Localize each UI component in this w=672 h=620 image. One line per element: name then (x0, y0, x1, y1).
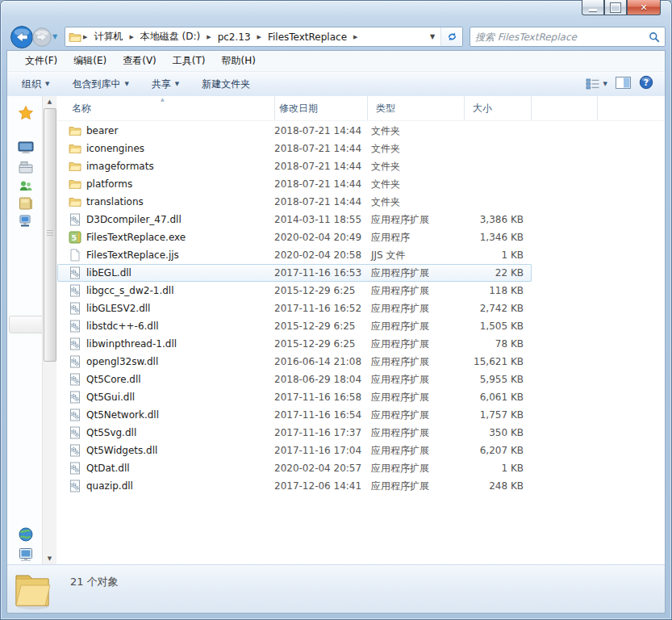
address-dropdown-icon[interactable]: ▼ (424, 33, 440, 40)
file-date: 2017-11-16 16:53 (270, 264, 363, 282)
file-date: 2017-11-16 16:52 (270, 300, 363, 317)
file-row[interactable]: 5FilesTextReplace.exe2020-02-04 20:49应用程… (57, 228, 532, 246)
file-name: D3Dcompiler_47.dll (86, 211, 182, 228)
minimize-icon (589, 9, 597, 11)
file-date: 2018-07-21 14:44 (270, 140, 363, 157)
computer-icon[interactable] (18, 195, 34, 212)
close-button[interactable]: ✕ (627, 0, 661, 15)
file-size: 22 KB (460, 264, 527, 282)
file-date: 2020-02-04 20:58 (270, 246, 363, 264)
scrollbar-thumb[interactable] (44, 108, 56, 362)
libraries-icon[interactable] (18, 160, 34, 176)
scrollbar-grip (47, 230, 53, 237)
file-row[interactable]: translations2018-07-21 14:44文件夹 (57, 193, 532, 211)
address-bar[interactable]: ▶ 计算机 ▶ 本地磁盘 (D:) ▶ pc2.13 ▶ FilesTextRe… (65, 27, 463, 47)
file-row[interactable]: Qt5Svg.dll2017-11-16 17:37应用程序扩展350 KB (57, 424, 532, 442)
file-size: 350 KB (460, 424, 527, 442)
column-header-date[interactable]: 修改日期 (275, 96, 368, 120)
homegroup-icon[interactable] (18, 178, 34, 194)
file-size: 2,742 KB (460, 300, 527, 317)
network-computer-icon[interactable] (18, 547, 34, 563)
preview-pane-button[interactable] (616, 77, 631, 92)
column-header-size[interactable]: 大小 (465, 96, 532, 120)
breadcrumb-item-local-disk-d[interactable]: 本地磁盘 (D:) (136, 30, 205, 44)
file-row[interactable]: Qt5Network.dll2017-11-16 16:54应用程序扩展1,75… (57, 406, 532, 424)
file-row[interactable]: libGLESV2.dll2017-11-16 16:52应用程序扩展2,742… (57, 300, 532, 317)
network-globe-icon[interactable] (18, 526, 34, 542)
explorer-window: ✕ ▼ ▶ 计算机 (0, 0, 672, 620)
scroll-down-icon[interactable]: ▼ (43, 553, 56, 565)
breadcrumb-arrow-icon[interactable]: ▶ (81, 34, 89, 40)
file-row[interactable]: libgcc_s_dw2-1.dll2015-12-29 6:25应用程序扩展1… (57, 282, 532, 300)
search-icon[interactable] (649, 31, 665, 43)
help-icon: ? (639, 75, 653, 90)
maximize-button[interactable] (604, 0, 627, 15)
file-row[interactable]: iconengines2018-07-21 14:44文件夹 (57, 140, 532, 157)
file-row[interactable]: libstdc++-6.dll2015-12-29 6:25应用程序扩展1,50… (57, 317, 532, 335)
breadcrumb-arrow-icon[interactable]: ▶ (205, 34, 212, 40)
file-row[interactable]: Qt5Widgets.dll2017-11-16 17:04应用程序扩展6,20… (57, 442, 532, 459)
file-row[interactable]: libwinpthread-1.dll2015-12-29 6:25应用程序扩展… (57, 335, 532, 353)
forward-arrow-icon (31, 27, 52, 48)
minimize-button[interactable] (582, 0, 604, 15)
sidebar-scrollbar[interactable]: ▲ ▼ (42, 96, 56, 565)
file-row[interactable]: bearer2018-07-21 14:44文件夹 (57, 122, 532, 140)
file-size (460, 122, 527, 140)
file-size: 3,386 KB (460, 211, 527, 228)
file-type: 文件夹 (363, 122, 460, 140)
chevron-down-icon: ▼ (45, 81, 49, 87)
breadcrumb-arrow-icon[interactable]: ▶ (256, 34, 263, 40)
search-input[interactable] (470, 31, 649, 43)
menu-file[interactable]: 文件(F) (17, 54, 65, 68)
file-name: libwinpthread-1.dll (86, 335, 177, 353)
file-row[interactable]: libEGL.dll2017-11-16 16:53应用程序扩展22 KB (57, 264, 532, 282)
new-folder-button[interactable]: 新建文件夹 (194, 78, 258, 91)
file-row[interactable]: QtDat.dll2020-02-04 20:57应用程序扩展1 KB (57, 459, 532, 477)
file-row[interactable]: D3Dcompiler_47.dll2014-03-11 18:55应用程序扩展… (57, 211, 532, 228)
menu-view[interactable]: 查看(V) (115, 54, 165, 68)
file-name: libgcc_s_dw2-1.dll (86, 282, 173, 300)
file-row[interactable]: opengl32sw.dll2016-06-14 21:08应用程序扩展15,6… (57, 353, 532, 371)
menu-tools[interactable]: 工具(T) (165, 54, 214, 68)
file-date: 2018-06-29 18:04 (270, 371, 363, 388)
breadcrumb-arrow-icon[interactable]: ▶ (127, 34, 135, 40)
scroll-up-icon[interactable]: ▲ (43, 96, 56, 108)
folder-icon (69, 178, 81, 193)
file-date: 2015-12-29 6:25 (270, 282, 363, 300)
file-date: 2020-02-04 20:49 (270, 228, 363, 246)
file-type: 文件夹 (363, 157, 460, 175)
column-header-name[interactable]: 名称 (57, 96, 275, 120)
refresh-button[interactable] (440, 27, 462, 46)
back-button[interactable] (10, 25, 34, 52)
client-area: 文件(F) 编辑(E) 查看(V) 工具(T) 帮助(H) 组织 ▼ 包含到库中… (6, 50, 666, 614)
file-row[interactable]: platforms2018-07-21 14:44文件夹 (57, 175, 532, 193)
file-type: 应用程序扩展 (363, 424, 460, 442)
desktop-icon[interactable] (18, 139, 34, 155)
history-dropdown-icon[interactable]: ▼ (52, 33, 57, 40)
breadcrumb-item-computer[interactable]: 计算机 (89, 30, 127, 44)
menu-help[interactable]: 帮助(H) (214, 54, 264, 68)
file-row[interactable]: imageformats2018-07-21 14:44文件夹 (57, 157, 532, 175)
help-button[interactable]: ? (639, 75, 653, 93)
breadcrumb-item-pc213[interactable]: pc2.13 (213, 31, 256, 43)
network-item-icon[interactable] (18, 213, 34, 229)
forward-button[interactable] (31, 27, 52, 51)
menu-edit[interactable]: 编辑(E) (65, 54, 115, 68)
breadcrumb-item-filestextreplace[interactable]: FilesTextReplace (263, 31, 352, 43)
change-view-button[interactable]: ▼ (586, 78, 607, 90)
organize-button[interactable]: 组织 ▼ (14, 78, 57, 91)
file-row[interactable]: Qt5Core.dll2018-06-29 18:04应用程序扩展5,955 K… (57, 371, 532, 388)
preview-pane-icon (616, 77, 631, 89)
file-type: 应用程序扩展 (363, 317, 460, 335)
file-row[interactable]: FilesTextReplace.jjs2020-02-04 20:58JJS … (57, 246, 532, 264)
favorites-star-icon[interactable] (18, 105, 34, 121)
breadcrumb-arrow-icon[interactable]: ▶ (352, 34, 359, 40)
column-header-type[interactable]: 类型 (368, 96, 465, 120)
file-date: 2015-12-29 6:25 (270, 317, 363, 335)
file-row[interactable]: quazip.dll2017-12-06 14:41应用程序扩展248 KB (57, 477, 532, 495)
file-date: 2017-11-16 17:04 (270, 442, 363, 459)
include-in-library-button[interactable]: 包含到库中 ▼ (64, 78, 136, 91)
share-button[interactable]: 共享 ▼ (144, 78, 187, 91)
folder-large-icon (11, 568, 53, 614)
file-row[interactable]: Qt5Gui.dll2017-11-16 16:58应用程序扩展6,061 KB (57, 388, 532, 406)
